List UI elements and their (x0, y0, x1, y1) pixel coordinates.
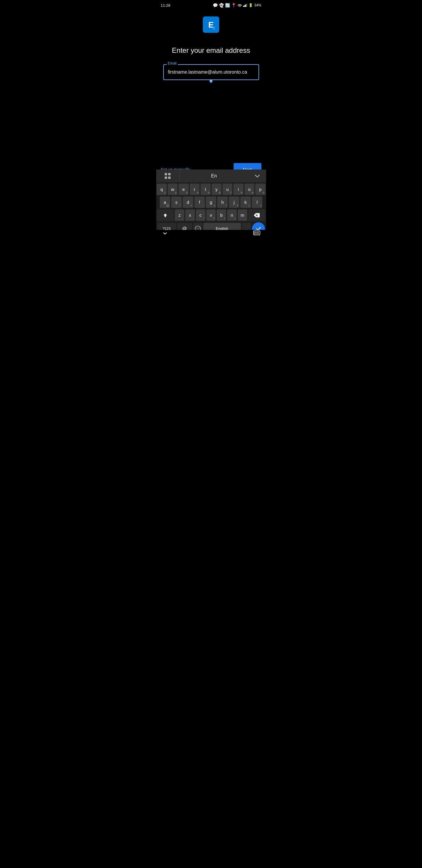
backspace-key[interactable] (248, 209, 265, 221)
svg-rect-2 (245, 5, 245, 7)
key-z[interactable]: z, (175, 209, 184, 221)
shift-icon (163, 213, 168, 218)
key-i[interactable]: i8 (233, 184, 243, 195)
keyboard-toggle-button[interactable] (253, 230, 260, 238)
messenger-icon: 💬 (213, 3, 218, 8)
status-bar: 11:28 💬 👻 🔄 📍 🔋 34% (156, 0, 266, 10)
wifi-icon (237, 3, 242, 7)
key-c[interactable]: c" (196, 209, 205, 221)
key-v[interactable]: v? (206, 209, 216, 221)
svg-rect-16 (253, 231, 260, 235)
key-h[interactable]: h/ (217, 196, 228, 208)
shift-key[interactable] (157, 209, 174, 221)
svg-rect-12 (165, 216, 166, 217)
grid-icon (164, 173, 171, 179)
key-k[interactable]: k( (240, 196, 251, 208)
svg-rect-11 (168, 177, 170, 179)
status-time: 11:28 (161, 3, 170, 8)
svg-rect-20 (258, 232, 259, 233)
key-e[interactable]: e3 (178, 184, 188, 195)
backspace-icon (254, 213, 260, 218)
app-icon: E x (203, 17, 219, 33)
svg-rect-19 (257, 232, 258, 233)
key-n[interactable]: n~ (227, 209, 237, 221)
svg-point-15 (198, 227, 199, 228)
key-w[interactable]: w2 (168, 184, 177, 195)
maps-icon: 📍 (231, 3, 236, 8)
chevron-down-nav-icon (162, 230, 168, 236)
keyboard-toolbar: En (156, 169, 266, 182)
email-label: Email (167, 61, 178, 65)
key-l[interactable]: l) (252, 196, 262, 208)
svg-text:x: x (213, 25, 216, 31)
keyboard-toolbar-right[interactable] (249, 173, 266, 179)
exchange-icon: E x (203, 17, 219, 33)
key-p[interactable]: p0 (255, 184, 265, 195)
key-u[interactable]: u7 (222, 184, 232, 195)
key-s[interactable]: s* (171, 196, 182, 208)
keyboard-language: En (211, 173, 217, 179)
svg-rect-21 (254, 233, 255, 234)
status-icons: 💬 👻 🔄 📍 🔋 34% (213, 3, 261, 8)
svg-rect-3 (245, 4, 246, 7)
svg-rect-23 (257, 233, 258, 234)
keyboard-nav-icon (253, 230, 260, 236)
key-a[interactable]: a@ (160, 196, 170, 208)
svg-rect-24 (258, 233, 259, 234)
battery-percent: 34% (254, 3, 261, 7)
svg-rect-17 (254, 232, 255, 233)
keyboard-language-selector[interactable]: En (180, 173, 249, 179)
key-f[interactable]: f- (194, 196, 205, 208)
snapchat-icon: 👻 (219, 3, 224, 8)
key-r[interactable]: r4 (190, 184, 200, 195)
page-title: Enter your email address (172, 46, 250, 55)
svg-rect-18 (255, 232, 256, 233)
svg-rect-10 (165, 177, 167, 179)
svg-point-14 (196, 227, 197, 228)
svg-rect-4 (247, 3, 247, 7)
key-o[interactable]: o9 (245, 184, 254, 195)
svg-rect-9 (168, 173, 170, 175)
key-y[interactable]: y6 (212, 184, 222, 195)
key-j[interactable]: j# (229, 196, 239, 208)
nav-bar (156, 230, 266, 238)
key-q[interactable]: q1 (157, 184, 166, 195)
roadsurfer-icon: 🔄 (225, 3, 230, 8)
chevron-down-icon (254, 173, 261, 179)
key-b[interactable]: b! (217, 209, 226, 221)
svg-rect-8 (165, 173, 167, 175)
key-x[interactable]: x: (185, 209, 195, 221)
svg-rect-22 (255, 233, 256, 234)
email-field-container: Email (163, 64, 259, 80)
key-row-1: q1 w2 e3 r4 t5 y6 u7 i8 o9 p0 (157, 184, 265, 195)
keyboard-area: En q1 w2 e3 r4 t5 y6 u7 i8 o9 p0 a@ s* d… (156, 169, 266, 238)
key-row-3: z, x: c" v? b! n~ m_ (157, 209, 265, 221)
key-d[interactable]: d+ (183, 196, 193, 208)
svg-rect-1 (243, 6, 244, 7)
key-row-2: a@ s* d+ f- g= h/ j# k( l) (157, 196, 265, 208)
keyboard-toolbar-left[interactable] (156, 169, 180, 182)
svg-point-0 (239, 7, 240, 7)
key-m[interactable]: m_ (238, 209, 247, 221)
key-g[interactable]: g= (206, 196, 216, 208)
battery-icon: 🔋 (249, 3, 253, 7)
signal-icon (243, 3, 247, 7)
main-content: Enter your email address Email (156, 40, 266, 91)
key-t[interactable]: t5 (200, 184, 210, 195)
email-input[interactable] (163, 64, 259, 80)
nav-back-button[interactable] (162, 230, 168, 238)
